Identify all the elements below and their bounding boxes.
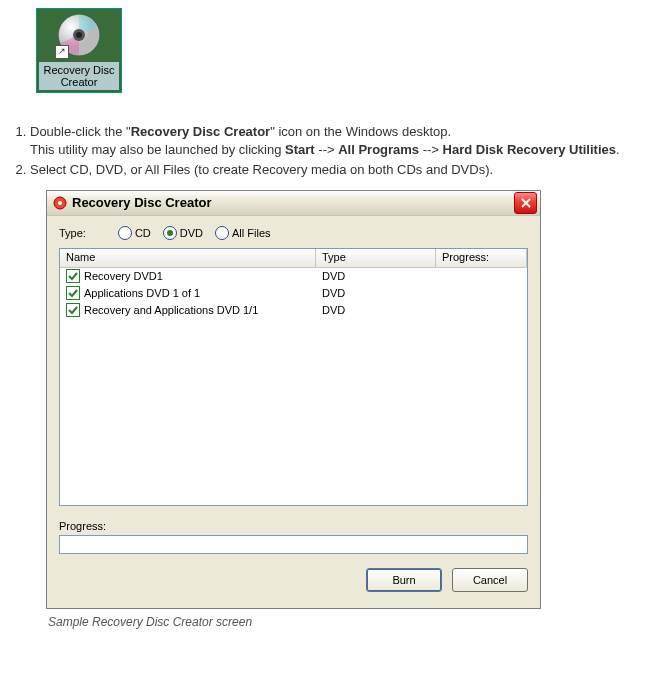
- button-row: Burn Cancel: [59, 554, 528, 598]
- table-row[interactable]: Recovery DVD1DVD: [60, 268, 527, 285]
- row-type: DVD: [316, 270, 436, 282]
- radio-icon: [215, 226, 229, 240]
- type-row: Type: CD DVD All Files: [59, 226, 528, 240]
- instruction-step-1: Double-click the "Recovery Disc Creator"…: [30, 123, 645, 159]
- column-progress[interactable]: Progress:: [436, 249, 527, 267]
- instruction-list: Double-click the "Recovery Disc Creator"…: [8, 123, 645, 180]
- radio-icon-selected: [163, 226, 177, 240]
- radio-cd[interactable]: CD: [118, 226, 151, 240]
- dialog-title: Recovery Disc Creator: [72, 195, 514, 210]
- row-name: Applications DVD 1 of 1: [84, 287, 200, 299]
- row-name: Recovery DVD1: [84, 270, 163, 282]
- close-button[interactable]: [514, 192, 537, 214]
- progress-label: Progress:: [59, 520, 528, 532]
- figure-caption: Sample Recovery Disc Creator screen: [48, 615, 645, 629]
- column-type[interactable]: Type: [316, 249, 436, 267]
- instruction-step-2: Select CD, DVD, or All Files (to create …: [30, 161, 645, 179]
- app-icon: [52, 195, 68, 211]
- row-type: DVD: [316, 304, 436, 316]
- svg-point-5: [58, 201, 62, 205]
- table-row[interactable]: Recovery and Applications DVD 1/1DVD: [60, 302, 527, 319]
- desktop-icon[interactable]: ↗ Recovery Disc Creator: [36, 8, 122, 93]
- titlebar: Recovery Disc Creator: [47, 191, 540, 216]
- column-name[interactable]: Name: [60, 249, 316, 267]
- radio-dvd[interactable]: DVD: [163, 226, 203, 240]
- row-type: DVD: [316, 287, 436, 299]
- listview-header: Name Type Progress:: [60, 249, 527, 268]
- desktop-icon-label: Recovery Disc Creator: [39, 62, 119, 90]
- checkbox[interactable]: [66, 303, 80, 317]
- shortcut-arrow-icon: ↗: [55, 45, 69, 59]
- svg-point-3: [76, 32, 82, 38]
- type-label: Type:: [59, 227, 86, 239]
- close-icon: [521, 198, 531, 208]
- burn-button[interactable]: Burn: [366, 568, 442, 592]
- checkbox[interactable]: [66, 269, 80, 283]
- cancel-button[interactable]: Cancel: [452, 568, 528, 592]
- radio-all-files[interactable]: All Files: [215, 226, 271, 240]
- recovery-disc-creator-dialog: Recovery Disc Creator Type: CD DVD: [46, 190, 541, 609]
- radio-icon: [118, 226, 132, 240]
- checkbox[interactable]: [66, 286, 80, 300]
- disc-listview[interactable]: Name Type Progress: Recovery DVD1DVDAppl…: [59, 248, 528, 506]
- progress-bar: [59, 535, 528, 554]
- row-name: Recovery and Applications DVD 1/1: [84, 304, 258, 316]
- table-row[interactable]: Applications DVD 1 of 1DVD: [60, 285, 527, 302]
